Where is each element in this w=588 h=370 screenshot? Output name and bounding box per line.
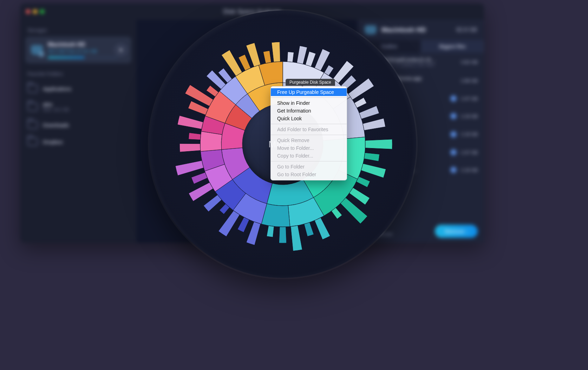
- folder-icon: [27, 138, 38, 146]
- storage-name: Macintosh HD: [48, 42, 118, 48]
- file-size: 2.19 GB: [461, 114, 478, 119]
- menu-item-quick-remove: Quick Remove: [271, 136, 347, 144]
- storage-texts: Macintosh HD 38.5 GB Free of 121 GB: [48, 42, 118, 58]
- scan-button[interactable]: [115, 44, 126, 56]
- menu-item-quick-look[interactable]: Quick Look: [271, 115, 347, 122]
- file-size: 2.19 GB: [461, 167, 478, 173]
- tab-biggest-files[interactable]: Biggest files: [421, 40, 484, 53]
- folder-icon: [27, 103, 38, 111]
- folder-icon: [27, 84, 38, 93]
- sidebar-item-dropbox[interactable]: Dropbox: [25, 133, 131, 150]
- fav-sub: Size: 19.2 GB: [43, 107, 69, 112]
- storages-label: Storages: [27, 27, 129, 33]
- fav-texts: Dropbox: [43, 139, 63, 145]
- fav-texts: Downloads: [43, 122, 69, 128]
- menu-item-add-folder-to-favorites: Add Folder to Favorites: [271, 126, 347, 133]
- drive-size: 82.8 GB: [456, 27, 477, 33]
- menu-item-go-to-folder: Go to Folder: [271, 163, 347, 171]
- drive-name: Macintosh HD: [381, 26, 426, 34]
- storage-free: 38.5 GB Free of 121 GB: [48, 49, 118, 54]
- file-name: macOSUpdCombo10.15…: [377, 57, 457, 63]
- menu-separator: [271, 161, 347, 161]
- menu-item-get-information[interactable]: Get Information: [271, 107, 347, 115]
- sidebar-item-downloads[interactable]: Downloads: [25, 116, 131, 133]
- context-menu: Purgeable Disk Space Free Up Purgeable S…: [270, 86, 347, 180]
- file-size: 2.19 GB: [461, 132, 478, 137]
- menu-item-move-to-folder: Move to Folder...: [271, 144, 347, 152]
- fav-name: Dropbox: [43, 139, 63, 145]
- fav-name: Applications: [43, 86, 71, 92]
- menu-item-copy-to-folder: Copy to Folder...: [271, 152, 347, 160]
- remove-label: Remove: [445, 228, 464, 234]
- context-menu-header: Purgeable Disk Space: [286, 79, 335, 86]
- info-icon[interactable]: i: [450, 95, 457, 102]
- disk-icon: [31, 45, 43, 55]
- info-icon[interactable]: i: [450, 149, 457, 155]
- remove-button[interactable]: Remove ›: [435, 225, 478, 238]
- info-icon[interactable]: i: [450, 113, 457, 119]
- menu-item-free-up-purgeable-space[interactable]: Free Up Purgeable Space: [271, 88, 347, 96]
- file-size: 3.82 GB: [461, 59, 478, 65]
- menu-separator: [271, 97, 347, 98]
- favorites-list: Applications alex Size: 19.2 GB Download…: [25, 80, 131, 150]
- menu-separator: [271, 135, 347, 135]
- drive-header: Macintosh HD 82.8 GB: [358, 20, 484, 40]
- fav-texts: Applications: [43, 86, 71, 92]
- info-icon[interactable]: i: [450, 167, 457, 173]
- menu-item-go-to-root-folder: Go to Root Folder: [271, 171, 347, 178]
- menu-separator: [271, 124, 347, 124]
- info-icon[interactable]: i: [450, 131, 457, 138]
- sidebar-item-alex[interactable]: alex Size: 19.2 GB: [25, 97, 131, 116]
- fav-name: Downloads: [43, 122, 69, 128]
- sidebar-item-applications[interactable]: Applications: [25, 80, 131, 97]
- menu-item-show-in-finder[interactable]: Show in Finder: [271, 99, 347, 107]
- fav-name: alex: [43, 101, 69, 107]
- file-size: 2.47 GB: [461, 150, 478, 155]
- storage-usage-bar: [48, 57, 118, 58]
- favorites-label: Favorite Folders: [27, 71, 129, 77]
- file-size: 2.47 GB: [461, 96, 478, 101]
- file-size: 2.89 GB: [461, 78, 478, 83]
- disk-icon: [365, 25, 377, 34]
- storage-row-macintosh-hd[interactable]: Macintosh HD 38.5 GB Free of 121 GB: [25, 37, 131, 63]
- chevron-right-icon: ›: [466, 229, 468, 234]
- sidebar: Storages Macintosh HD 38.5 GB Free of 12…: [20, 20, 136, 243]
- folder-icon: [27, 121, 38, 129]
- fav-texts: alex Size: 19.2 GB: [43, 101, 69, 112]
